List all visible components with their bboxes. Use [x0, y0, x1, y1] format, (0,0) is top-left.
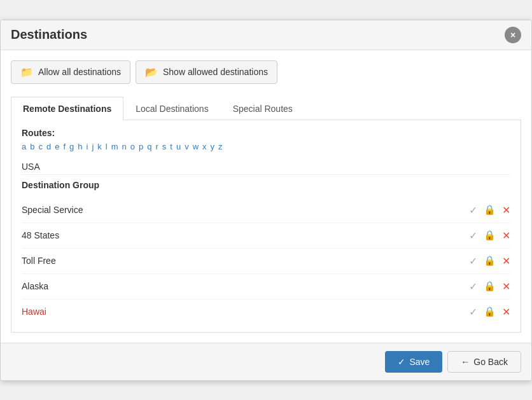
destination-name: Special Service: [22, 205, 469, 215]
destinations-list: Special Service✓🔒✕48 States✓🔒✕Toll Free✓…: [22, 198, 510, 324]
row-actions: ✓🔒✕: [469, 230, 510, 242]
alpha-link-f[interactable]: f: [63, 142, 66, 151]
allow-all-destinations-button[interactable]: 📁 Allow all destinations: [11, 60, 130, 84]
delete-icon[interactable]: ✕: [502, 230, 510, 242]
alpha-link-k[interactable]: k: [97, 142, 102, 151]
alpha-link-l[interactable]: l: [106, 142, 108, 151]
tabs-container: Remote Destinations Local Destinations S…: [11, 97, 521, 120]
section-name: USA: [22, 159, 510, 175]
check-icon[interactable]: ✓: [469, 204, 477, 216]
delete-icon[interactable]: ✕: [502, 204, 510, 216]
alpha-link-s[interactable]: s: [162, 142, 167, 151]
row-actions: ✓🔒✕: [469, 204, 510, 216]
alpha-link-o[interactable]: o: [130, 142, 135, 151]
alphabet-links: abcdefghijklmnopqrstuvwxyz: [22, 142, 510, 151]
destinations-modal: Destinations × 📁 Allow all destinations …: [0, 20, 532, 381]
check-icon[interactable]: ✓: [469, 280, 477, 293]
alpha-link-r[interactable]: r: [155, 142, 158, 151]
alpha-link-i[interactable]: i: [87, 142, 88, 151]
tab-special-routes[interactable]: Special Routes: [221, 97, 305, 120]
show-allowed-label: Show allowed destinations: [163, 67, 268, 77]
lock-icon[interactable]: 🔒: [484, 280, 496, 292]
routes-label: Routes:: [22, 128, 510, 138]
save-button[interactable]: ✓ Save: [385, 351, 442, 373]
lock-icon[interactable]: 🔒: [484, 255, 496, 266]
check-icon[interactable]: ✓: [469, 255, 477, 267]
goback-label: Go Back: [473, 357, 508, 367]
row-actions: ✓🔒✕: [469, 255, 510, 267]
delete-icon[interactable]: ✕: [502, 255, 510, 267]
alpha-link-n[interactable]: n: [122, 142, 127, 151]
alpha-link-x[interactable]: x: [202, 142, 207, 151]
alpha-link-y[interactable]: y: [211, 142, 215, 151]
destination-name: 48 States: [22, 230, 469, 240]
alpha-link-b[interactable]: b: [30, 142, 34, 151]
delete-icon[interactable]: ✕: [502, 280, 510, 293]
alpha-link-a[interactable]: a: [22, 142, 26, 151]
table-row: Hawai✓🔒✕: [22, 300, 510, 324]
delete-icon[interactable]: ✕: [502, 306, 510, 318]
lock-icon[interactable]: 🔒: [484, 230, 496, 241]
open-folder-icon: 📂: [145, 66, 158, 78]
table-row: Alaska✓🔒✕: [22, 274, 510, 300]
alpha-link-q[interactable]: q: [147, 142, 151, 151]
alpha-link-z[interactable]: z: [218, 142, 223, 151]
close-button[interactable]: ×: [505, 27, 521, 43]
alpha-link-j[interactable]: j: [92, 142, 94, 151]
show-allowed-destinations-button[interactable]: 📂 Show allowed destinations: [136, 60, 277, 84]
table-row: Special Service✓🔒✕: [22, 198, 510, 223]
lock-icon[interactable]: 🔒: [484, 306, 496, 317]
check-icon[interactable]: ✓: [469, 306, 477, 318]
destination-name: Toll Free: [22, 256, 469, 266]
tab-content: Routes: abcdefghijklmnopqrstuvwxyz USA D…: [11, 120, 521, 333]
modal-title: Destinations: [11, 27, 87, 42]
row-actions: ✓🔒✕: [469, 306, 510, 318]
table-row: Toll Free✓🔒✕: [22, 249, 510, 274]
alpha-link-t[interactable]: t: [170, 142, 172, 151]
row-actions: ✓🔒✕: [469, 280, 510, 293]
folder-icon: 📁: [20, 66, 33, 78]
toolbar: 📁 Allow all destinations 📂 Show allowed …: [11, 60, 521, 84]
modal-body: 📁 Allow all destinations 📂 Show allowed …: [1, 50, 531, 343]
alpha-link-d[interactable]: d: [46, 142, 51, 151]
alpha-link-u[interactable]: u: [176, 142, 181, 151]
check-icon[interactable]: ✓: [469, 230, 477, 242]
tab-remote-destinations[interactable]: Remote Destinations: [11, 97, 123, 120]
alpha-link-e[interactable]: e: [55, 142, 59, 151]
alpha-link-w[interactable]: w: [193, 142, 199, 151]
go-back-button[interactable]: ← Go Back: [447, 351, 521, 373]
alpha-link-v[interactable]: v: [185, 142, 189, 151]
allow-all-label: Allow all destinations: [38, 67, 121, 77]
save-icon: ✓: [398, 357, 405, 367]
save-label: Save: [409, 357, 430, 367]
lock-icon[interactable]: 🔒: [484, 204, 496, 216]
alpha-link-h[interactable]: h: [78, 142, 82, 151]
alpha-link-g[interactable]: g: [69, 142, 74, 151]
destination-name: Hawai: [22, 307, 469, 317]
modal-header: Destinations ×: [1, 20, 531, 50]
alpha-link-m[interactable]: m: [111, 142, 118, 151]
destination-name: Alaska: [22, 281, 469, 291]
goback-icon: ←: [461, 357, 470, 367]
tab-local-destinations[interactable]: Local Destinations: [123, 97, 220, 120]
table-row: 48 States✓🔒✕: [22, 223, 510, 249]
modal-footer: ✓ Save ← Go Back: [1, 343, 531, 380]
alpha-link-c[interactable]: c: [38, 142, 43, 151]
alpha-link-p[interactable]: p: [139, 142, 143, 151]
group-label: Destination Group: [22, 177, 510, 193]
